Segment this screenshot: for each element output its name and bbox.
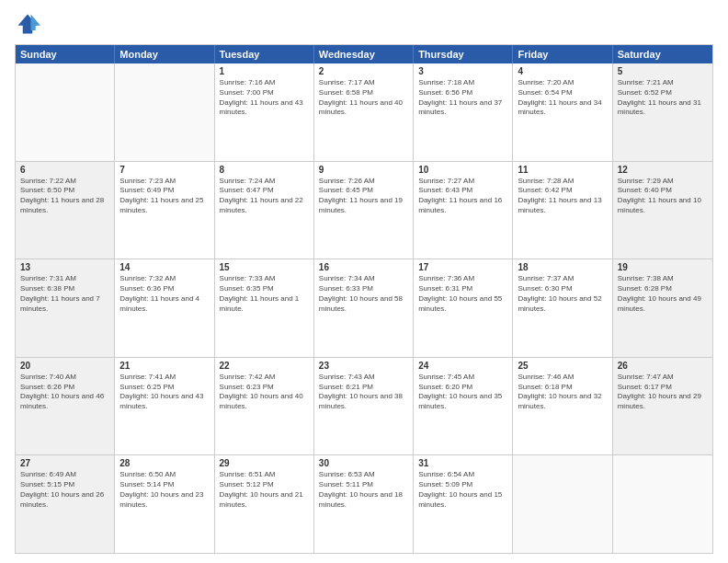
day-cell-1: 1Sunrise: 7:16 AM Sunset: 7:00 PM Daylig… <box>215 63 314 161</box>
cell-info: Sunrise: 7:22 AM Sunset: 6:50 PM Dayligh… <box>20 177 109 216</box>
calendar-row-2: 6Sunrise: 7:22 AM Sunset: 6:50 PM Daylig… <box>16 161 712 259</box>
empty-cell <box>16 63 115 161</box>
page: SundayMondayTuesdayWednesdayThursdayFrid… <box>0 0 728 563</box>
cell-info: Sunrise: 7:37 AM Sunset: 6:30 PM Dayligh… <box>518 274 607 314</box>
empty-cell <box>115 63 214 161</box>
cell-info: Sunrise: 6:50 AM Sunset: 5:14 PM Dayligh… <box>119 470 209 510</box>
day-cell-12: 12Sunrise: 7:29 AM Sunset: 6:40 PM Dayli… <box>613 162 712 259</box>
calendar-row-5: 27Sunrise: 6:49 AM Sunset: 5:15 PM Dayli… <box>16 454 712 553</box>
day-cell-7: 7Sunrise: 7:23 AM Sunset: 6:49 PM Daylig… <box>115 162 214 259</box>
cell-info: Sunrise: 7:45 AM Sunset: 6:20 PM Dayligh… <box>418 373 507 412</box>
logo-icon <box>15 11 40 37</box>
empty-cell <box>613 455 712 553</box>
calendar-row-1: 1Sunrise: 7:16 AM Sunset: 7:00 PM Daylig… <box>16 63 712 161</box>
calendar: SundayMondayTuesdayWednesdayThursdayFrid… <box>15 44 713 554</box>
day-cell-8: 8Sunrise: 7:24 AM Sunset: 6:47 PM Daylig… <box>215 162 314 259</box>
day-cell-17: 17Sunrise: 7:36 AM Sunset: 6:31 PM Dayli… <box>414 259 513 357</box>
header-day-friday: Friday <box>513 45 612 63</box>
day-number: 26 <box>618 361 708 371</box>
cell-info: Sunrise: 7:23 AM Sunset: 6:49 PM Dayligh… <box>119 177 209 216</box>
empty-cell <box>513 455 612 553</box>
day-cell-15: 15Sunrise: 7:33 AM Sunset: 6:35 PM Dayli… <box>215 259 314 357</box>
calendar-header: SundayMondayTuesdayWednesdayThursdayFrid… <box>16 45 712 63</box>
day-cell-25: 25Sunrise: 7:46 AM Sunset: 6:18 PM Dayli… <box>513 358 612 455</box>
day-number: 18 <box>518 262 607 272</box>
day-number: 5 <box>618 66 708 76</box>
day-cell-2: 2Sunrise: 7:17 AM Sunset: 6:58 PM Daylig… <box>314 63 414 161</box>
day-number: 1 <box>220 66 309 76</box>
day-number: 12 <box>618 165 708 175</box>
day-cell-14: 14Sunrise: 7:32 AM Sunset: 6:36 PM Dayli… <box>115 259 214 357</box>
day-number: 20 <box>20 361 109 371</box>
header-day-monday: Monday <box>115 45 214 63</box>
day-cell-28: 28Sunrise: 6:50 AM Sunset: 5:14 PM Dayli… <box>115 455 214 553</box>
day-cell-3: 3Sunrise: 7:18 AM Sunset: 6:56 PM Daylig… <box>414 63 513 161</box>
cell-info: Sunrise: 7:34 AM Sunset: 6:33 PM Dayligh… <box>319 274 408 314</box>
calendar-row-4: 20Sunrise: 7:40 AM Sunset: 6:26 PM Dayli… <box>16 357 712 455</box>
cell-info: Sunrise: 7:43 AM Sunset: 6:21 PM Dayligh… <box>319 373 408 412</box>
day-cell-5: 5Sunrise: 7:21 AM Sunset: 6:52 PM Daylig… <box>613 63 712 161</box>
day-cell-21: 21Sunrise: 7:41 AM Sunset: 6:25 PM Dayli… <box>115 358 214 455</box>
day-cell-31: 31Sunrise: 6:54 AM Sunset: 5:09 PM Dayli… <box>414 455 513 553</box>
cell-info: Sunrise: 7:20 AM Sunset: 6:54 PM Dayligh… <box>518 78 607 118</box>
day-number: 21 <box>119 361 209 371</box>
day-number: 27 <box>20 458 109 468</box>
day-number: 10 <box>418 165 507 175</box>
calendar-row-3: 13Sunrise: 7:31 AM Sunset: 6:38 PM Dayli… <box>16 259 712 357</box>
day-number: 14 <box>119 262 209 272</box>
day-cell-19: 19Sunrise: 7:38 AM Sunset: 6:28 PM Dayli… <box>613 259 712 357</box>
day-cell-23: 23Sunrise: 7:43 AM Sunset: 6:21 PM Dayli… <box>314 358 414 455</box>
day-cell-13: 13Sunrise: 7:31 AM Sunset: 6:38 PM Dayli… <box>16 259 115 357</box>
day-cell-26: 26Sunrise: 7:47 AM Sunset: 6:17 PM Dayli… <box>613 358 712 455</box>
day-number: 31 <box>418 458 507 468</box>
cell-info: Sunrise: 7:24 AM Sunset: 6:47 PM Dayligh… <box>220 177 309 216</box>
cell-info: Sunrise: 7:18 AM Sunset: 6:56 PM Dayligh… <box>418 78 507 118</box>
header <box>15 11 713 37</box>
day-number: 4 <box>518 66 607 76</box>
cell-info: Sunrise: 7:40 AM Sunset: 6:26 PM Dayligh… <box>20 373 109 412</box>
day-number: 22 <box>220 361 309 371</box>
day-number: 24 <box>418 361 507 371</box>
cell-info: Sunrise: 7:28 AM Sunset: 6:42 PM Dayligh… <box>518 177 607 216</box>
header-day-wednesday: Wednesday <box>314 45 414 63</box>
cell-info: Sunrise: 7:17 AM Sunset: 6:58 PM Dayligh… <box>319 78 408 118</box>
day-number: 7 <box>119 165 209 175</box>
day-number: 9 <box>319 165 408 175</box>
header-day-saturday: Saturday <box>613 45 712 63</box>
cell-info: Sunrise: 7:47 AM Sunset: 6:17 PM Dayligh… <box>618 373 708 412</box>
cell-info: Sunrise: 7:21 AM Sunset: 6:52 PM Dayligh… <box>618 78 708 118</box>
day-number: 30 <box>319 458 408 468</box>
day-cell-29: 29Sunrise: 6:51 AM Sunset: 5:12 PM Dayli… <box>215 455 314 553</box>
day-cell-22: 22Sunrise: 7:42 AM Sunset: 6:23 PM Dayli… <box>215 358 314 455</box>
day-cell-30: 30Sunrise: 6:53 AM Sunset: 5:11 PM Dayli… <box>314 455 414 553</box>
svg-marker-1 <box>31 15 41 31</box>
day-number: 2 <box>319 66 408 76</box>
cell-info: Sunrise: 6:51 AM Sunset: 5:12 PM Dayligh… <box>220 470 309 510</box>
header-day-tuesday: Tuesday <box>215 45 314 63</box>
day-number: 17 <box>418 262 507 272</box>
cell-info: Sunrise: 7:26 AM Sunset: 6:45 PM Dayligh… <box>319 177 408 216</box>
cell-info: Sunrise: 7:42 AM Sunset: 6:23 PM Dayligh… <box>220 373 309 412</box>
cell-info: Sunrise: 7:46 AM Sunset: 6:18 PM Dayligh… <box>518 373 607 412</box>
cell-info: Sunrise: 7:32 AM Sunset: 6:36 PM Dayligh… <box>119 274 209 314</box>
day-number: 16 <box>319 262 408 272</box>
cell-info: Sunrise: 7:38 AM Sunset: 6:28 PM Dayligh… <box>618 274 708 314</box>
day-number: 19 <box>618 262 708 272</box>
logo <box>15 11 44 37</box>
day-number: 8 <box>220 165 309 175</box>
day-number: 6 <box>20 165 109 175</box>
day-number: 15 <box>220 262 309 272</box>
day-number: 3 <box>418 66 507 76</box>
day-cell-4: 4Sunrise: 7:20 AM Sunset: 6:54 PM Daylig… <box>513 63 612 161</box>
day-cell-9: 9Sunrise: 7:26 AM Sunset: 6:45 PM Daylig… <box>314 162 414 259</box>
cell-info: Sunrise: 7:27 AM Sunset: 6:43 PM Dayligh… <box>418 177 507 216</box>
cell-info: Sunrise: 7:31 AM Sunset: 6:38 PM Dayligh… <box>20 274 109 314</box>
day-number: 13 <box>20 262 109 272</box>
day-number: 25 <box>518 361 607 371</box>
day-number: 23 <box>319 361 408 371</box>
day-number: 29 <box>220 458 309 468</box>
day-cell-18: 18Sunrise: 7:37 AM Sunset: 6:30 PM Dayli… <box>513 259 612 357</box>
day-cell-20: 20Sunrise: 7:40 AM Sunset: 6:26 PM Dayli… <box>16 358 115 455</box>
header-day-sunday: Sunday <box>16 45 115 63</box>
day-cell-6: 6Sunrise: 7:22 AM Sunset: 6:50 PM Daylig… <box>16 162 115 259</box>
